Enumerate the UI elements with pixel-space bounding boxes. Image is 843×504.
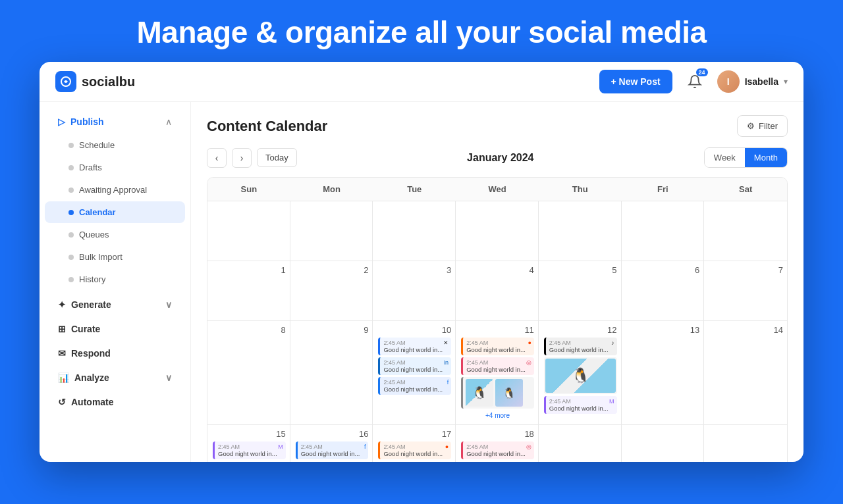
cal-cell-jan10: 10 ✕ 2:45 AM Good night world in... in 2… <box>373 321 456 424</box>
sidebar-item-history[interactable]: History <box>45 268 185 290</box>
calendar-header-row: Sun Mon Tue Wed Thu Fri Sat <box>207 178 787 201</box>
post-card[interactable]: ✕ 2:45 AM Good night world in... <box>378 338 451 355</box>
instagram-icon: ◎ <box>526 359 531 366</box>
sidebar-curate[interactable]: ⊞ Curate <box>45 317 185 341</box>
post-card[interactable]: f 2:45 AM Good night world in... <box>378 377 451 395</box>
avatar: I <box>717 70 740 93</box>
dot-icon <box>68 210 74 215</box>
cal-cell-jan2: 2 <box>290 261 373 320</box>
month-view-button[interactable]: Month <box>745 148 787 167</box>
post-card[interactable]: ♪ 2:45 AM Good night world in... <box>544 338 617 355</box>
sidebar-automate[interactable]: ↺ Automate <box>45 390 185 414</box>
cal-cell-jan18: 18 ◎ 2:45 AM Good night world in... <box>456 425 539 462</box>
post-card[interactable]: ● 2:45 AM Good night world in... <box>461 338 534 355</box>
cal-cell <box>207 201 290 261</box>
filter-icon: ⚙ <box>747 121 755 131</box>
cal-cell-jan21 <box>704 425 787 462</box>
post-image-2: 🐧 <box>495 379 523 407</box>
hero-section: Manage & organize all your social media <box>0 0 843 62</box>
respond-icon: ✉ <box>58 348 66 359</box>
dot-icon <box>68 143 74 148</box>
post-card[interactable]: f 2:45 AM Good night world in... <box>296 441 369 459</box>
logo-text: socialbu <box>82 74 135 89</box>
tiktok-icon: ♪ <box>611 340 614 346</box>
cal-cell <box>704 201 787 261</box>
app-window: socialbu + New Post 24 I Isabella ▾ <box>40 62 803 462</box>
sidebar-respond[interactable]: ✉ Respond <box>45 341 185 365</box>
week-view-button[interactable]: Week <box>705 148 745 167</box>
cal-cell-jan12: 12 ♪ 2:45 AM Good night world in... 🐧 M <box>539 321 622 424</box>
cal-cell-jan19 <box>539 425 622 462</box>
cal-cell-jan11: 11 ● 2:45 AM Good night world in... ◎ 2:… <box>456 321 539 424</box>
post-card[interactable]: ◎ 2:45 AM Good night world in... <box>461 357 534 375</box>
cal-cell-jan14: 14 <box>704 321 787 424</box>
next-button[interactable]: › <box>232 148 252 168</box>
more-posts-link[interactable]: +4 more <box>461 411 534 420</box>
mastodon-icon: M <box>278 443 283 450</box>
notifications-bell[interactable]: 24 <box>683 70 707 93</box>
publish-section-header[interactable]: ▷ Publish ∧ <box>45 110 185 134</box>
post-card[interactable]: ● 2:45 AM Good night world in... <box>378 441 451 459</box>
sidebar-item-bulk-import[interactable]: Bulk Import <box>45 246 185 268</box>
calendar-nav: ‹ › Today January 2024 Week Month <box>207 147 788 168</box>
day-header-fri: Fri <box>622 178 705 201</box>
sidebar: ▷ Publish ∧ Schedule Drafts Awaiting App… <box>40 102 191 462</box>
filter-button[interactable]: ⚙ Filter <box>737 115 788 137</box>
close-icon: ✕ <box>443 340 449 346</box>
facebook-icon: f <box>447 379 449 386</box>
main-layout: ▷ Publish ∧ Schedule Drafts Awaiting App… <box>40 102 803 462</box>
dot-icon <box>68 277 74 282</box>
calendar-body: 1 2 3 4 5 <box>207 201 787 462</box>
cal-cell <box>456 201 539 261</box>
post-card[interactable]: M 2:45 AM Good night world in... <box>544 396 617 414</box>
day-header-wed: Wed <box>456 178 539 201</box>
day-header-thu: Thu <box>539 178 622 201</box>
cal-cell <box>539 201 622 261</box>
cal-cell-jan17: 17 ● 2:45 AM Good night world in... <box>373 425 456 462</box>
cal-cell-jan9: 9 <box>290 321 373 424</box>
post-card-with-image[interactable]: 🐧 🐧 <box>461 377 534 409</box>
dot-icon <box>68 188 74 193</box>
post-card[interactable]: ◎ 2:45 AM Good night world in... <box>461 441 534 459</box>
new-post-button[interactable]: + New Post <box>599 70 672 93</box>
publish-section: ▷ Publish ∧ Schedule Drafts Awaiting App… <box>40 110 190 290</box>
post-image: 🐧 <box>466 379 493 407</box>
cal-cell-jan5: 5 <box>539 261 622 320</box>
view-toggle: Week Month <box>704 147 788 168</box>
cal-cell-jan4: 4 <box>456 261 539 320</box>
automate-icon: ↺ <box>58 397 66 407</box>
cal-cell-jan13: 13 <box>622 321 705 424</box>
sidebar-item-calendar[interactable]: Calendar <box>45 201 185 223</box>
user-menu[interactable]: I Isabella ▾ <box>717 70 788 93</box>
post-image-thu: 🐧 <box>545 359 616 393</box>
post-card-image[interactable]: 🐧 <box>544 357 617 394</box>
sidebar-analyze[interactable]: 📊 Analyze ∨ <box>45 366 185 390</box>
calendar-week-3: 8 9 10 ✕ 2:45 AM Good night world in... <box>207 321 787 425</box>
calendar-grid: Sun Mon Tue Wed Thu Fri Sat <box>207 177 788 462</box>
cal-cell <box>622 201 705 261</box>
sidebar-item-drafts[interactable]: Drafts <box>45 157 185 178</box>
chevron-down-icon: ∨ <box>165 299 172 310</box>
sidebar-generate[interactable]: ✦ Generate ∨ <box>45 293 185 316</box>
day-header-sat: Sat <box>704 178 787 201</box>
post-card[interactable]: in 2:45 AM Good night world in... <box>378 357 451 375</box>
sidebar-item-queues[interactable]: Queues <box>45 224 185 245</box>
month-title: January 2024 <box>467 152 533 164</box>
generate-icon: ✦ <box>58 299 66 310</box>
topbar-right: + New Post 24 I Isabella ▾ <box>599 70 788 93</box>
hero-title: Manage & organize all your social media <box>0 0 843 62</box>
mastodon-icon: M <box>609 398 614 405</box>
cal-cell-jan20 <box>622 425 705 462</box>
cal-cell-jan1: 1 <box>207 261 290 320</box>
cal-cell-jan3: 3 <box>373 261 456 320</box>
today-button[interactable]: Today <box>257 148 297 167</box>
post-card[interactable]: M 2:45 AM Good night world in... <box>213 441 286 459</box>
play-icon: ▷ <box>58 116 65 127</box>
notification-count: 24 <box>696 68 708 76</box>
facebook-icon: f <box>364 443 366 450</box>
sidebar-item-awaiting-approval[interactable]: Awaiting Approval <box>45 179 185 201</box>
chevron-down-icon: ▾ <box>784 77 788 86</box>
sidebar-item-schedule[interactable]: Schedule <box>45 134 185 156</box>
cal-cell <box>373 201 456 261</box>
prev-button[interactable]: ‹ <box>207 148 227 168</box>
